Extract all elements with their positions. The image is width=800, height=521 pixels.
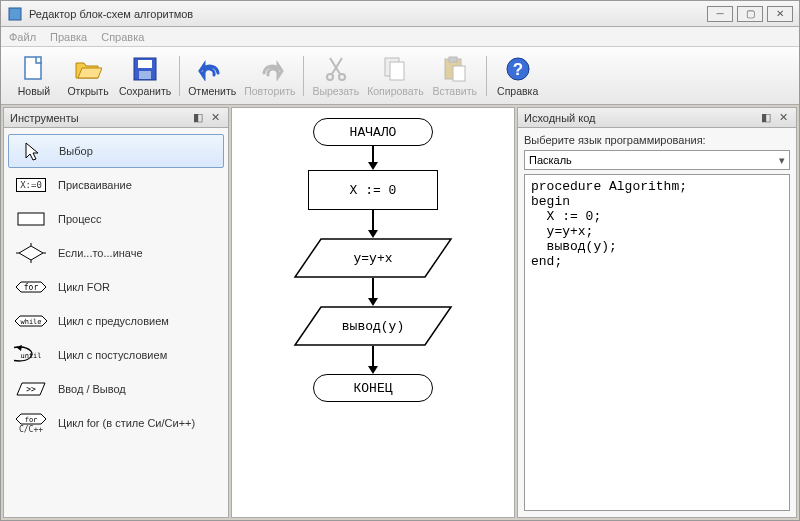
tool-process[interactable]: Процесс bbox=[8, 202, 224, 236]
redo-button[interactable]: Повторить bbox=[240, 50, 299, 102]
arrowhead-icon bbox=[368, 366, 378, 374]
cut-label: Вырезать bbox=[312, 85, 359, 97]
redo-label: Повторить bbox=[244, 85, 295, 97]
flowchart-canvas[interactable]: НАЧАЛО X := 0 y=y+x вывод(y) КОНЕЦ bbox=[231, 107, 515, 518]
toolbar-separator bbox=[486, 56, 487, 96]
svg-rect-8 bbox=[390, 62, 404, 80]
tool-for-label: Цикл FOR bbox=[58, 281, 110, 293]
svg-text:for: for bbox=[24, 283, 39, 292]
tool-cfor[interactable]: for C/C++ Цикл for (в стиле Си/Си++) bbox=[8, 406, 224, 440]
cut-button[interactable]: Вырезать bbox=[308, 50, 363, 102]
language-select[interactable]: Паскаль ▾ bbox=[524, 150, 790, 170]
tool-while[interactable]: while Цикл с предусловием bbox=[8, 304, 224, 338]
ifelse-icon bbox=[14, 242, 48, 264]
flow-end[interactable]: КОНЕЦ bbox=[313, 374, 433, 402]
toolbar-separator bbox=[179, 56, 180, 96]
app-icon bbox=[7, 6, 23, 22]
cfor-icon: for C/C++ bbox=[14, 412, 48, 434]
help-button[interactable]: ? Справка bbox=[491, 50, 545, 102]
undock-icon[interactable]: ◧ bbox=[191, 111, 205, 125]
io-icon: >> bbox=[14, 378, 48, 400]
svg-text:until: until bbox=[20, 352, 41, 360]
assign-icon: X:=0 bbox=[14, 174, 48, 196]
close-button[interactable]: ✕ bbox=[767, 6, 793, 22]
svg-text:while: while bbox=[20, 318, 41, 326]
save-icon bbox=[131, 55, 159, 83]
tool-until[interactable]: until Цикл с постусловием bbox=[8, 338, 224, 372]
new-label: Новый bbox=[18, 85, 50, 97]
svg-text:?: ? bbox=[512, 60, 522, 79]
menu-file[interactable]: Файл bbox=[9, 31, 36, 43]
flow-arrow bbox=[372, 210, 374, 232]
svg-text:>>: >> bbox=[26, 385, 36, 394]
paste-icon bbox=[441, 55, 469, 83]
tool-for[interactable]: for Цикл FOR bbox=[8, 270, 224, 304]
flow-process[interactable]: y=y+x bbox=[293, 238, 453, 278]
tool-select[interactable]: Выбор bbox=[8, 134, 224, 168]
panel-close-icon[interactable]: ✕ bbox=[208, 111, 222, 125]
save-label: Сохранить bbox=[119, 85, 171, 97]
maximize-button[interactable]: ▢ bbox=[737, 6, 763, 22]
svg-point-6 bbox=[339, 74, 345, 80]
flow-output[interactable]: вывод(y) bbox=[293, 306, 453, 346]
cut-icon bbox=[322, 55, 350, 83]
svg-rect-10 bbox=[449, 57, 457, 62]
process-icon bbox=[14, 208, 48, 230]
chevron-down-icon: ▾ bbox=[779, 154, 785, 167]
save-button[interactable]: Сохранить bbox=[115, 50, 175, 102]
title-bar: Редактор блок-схем алгоритмов ─ ▢ ✕ bbox=[1, 1, 799, 27]
tool-cfor-label: Цикл for (в стиле Си/Си++) bbox=[58, 417, 195, 429]
tool-assign[interactable]: X:=0 Присваивание bbox=[8, 168, 224, 202]
panel-close-icon[interactable]: ✕ bbox=[776, 111, 790, 125]
tool-assign-label: Присваивание bbox=[58, 179, 132, 191]
tool-ifelse-label: Если...то...иначе bbox=[58, 247, 143, 259]
help-label: Справка bbox=[497, 85, 538, 97]
paste-button[interactable]: Вставить bbox=[428, 50, 482, 102]
tool-io[interactable]: >> Ввод / Вывод bbox=[8, 372, 224, 406]
flow-arrow bbox=[372, 278, 374, 300]
copy-button[interactable]: Копировать bbox=[363, 50, 428, 102]
arrowhead-icon bbox=[368, 298, 378, 306]
flow-assign[interactable]: X := 0 bbox=[308, 170, 438, 210]
menu-bar: Файл Правка Справка bbox=[1, 27, 799, 47]
arrowhead-icon bbox=[368, 162, 378, 170]
open-icon bbox=[74, 55, 102, 83]
tool-list: Выбор X:=0 Присваивание Процесс Если...т… bbox=[4, 128, 228, 517]
toolbar-separator bbox=[303, 56, 304, 96]
tool-io-label: Ввод / Вывод bbox=[58, 383, 126, 395]
menu-help[interactable]: Справка bbox=[101, 31, 144, 43]
redo-icon bbox=[256, 55, 284, 83]
minimize-button[interactable]: ─ bbox=[707, 6, 733, 22]
open-button[interactable]: Открыть bbox=[61, 50, 115, 102]
language-selected: Паскаль bbox=[529, 154, 572, 166]
source-code[interactable]: procedure Algorithm; begin X := 0; y=y+x… bbox=[524, 174, 790, 511]
tool-ifelse[interactable]: Если...то...иначе bbox=[8, 236, 224, 270]
new-button[interactable]: Новый bbox=[7, 50, 61, 102]
source-panel-header: Исходный код ◧ ✕ bbox=[518, 108, 796, 128]
until-icon: until bbox=[14, 344, 48, 366]
tool-select-label: Выбор bbox=[59, 145, 93, 157]
undo-button[interactable]: Отменить bbox=[184, 50, 240, 102]
tool-until-label: Цикл с постусловием bbox=[58, 349, 167, 361]
tools-panel: Инструменты ◧ ✕ Выбор X:=0 Присваивание bbox=[3, 107, 229, 518]
copy-icon bbox=[381, 55, 409, 83]
svg-rect-1 bbox=[25, 57, 41, 79]
svg-rect-4 bbox=[139, 71, 151, 79]
for-icon: for bbox=[14, 276, 48, 298]
source-panel-title: Исходный код bbox=[524, 112, 756, 124]
open-label: Открыть bbox=[67, 85, 108, 97]
flow-arrow bbox=[372, 346, 374, 368]
svg-marker-15 bbox=[19, 246, 43, 260]
tool-process-label: Процесс bbox=[58, 213, 101, 225]
while-icon: while bbox=[14, 310, 48, 332]
menu-edit[interactable]: Правка bbox=[50, 31, 87, 43]
cursor-icon bbox=[15, 140, 49, 162]
undock-icon[interactable]: ◧ bbox=[759, 111, 773, 125]
tools-panel-header: Инструменты ◧ ✕ bbox=[4, 108, 228, 128]
main-toolbar: Новый Открыть Сохранить Отменить Повтори… bbox=[1, 47, 799, 105]
tool-while-label: Цикл с предусловием bbox=[58, 315, 169, 327]
svg-text:for: for bbox=[25, 416, 38, 424]
flow-start[interactable]: НАЧАЛО bbox=[313, 118, 433, 146]
svg-rect-11 bbox=[453, 66, 465, 81]
tools-panel-title: Инструменты bbox=[10, 112, 188, 124]
